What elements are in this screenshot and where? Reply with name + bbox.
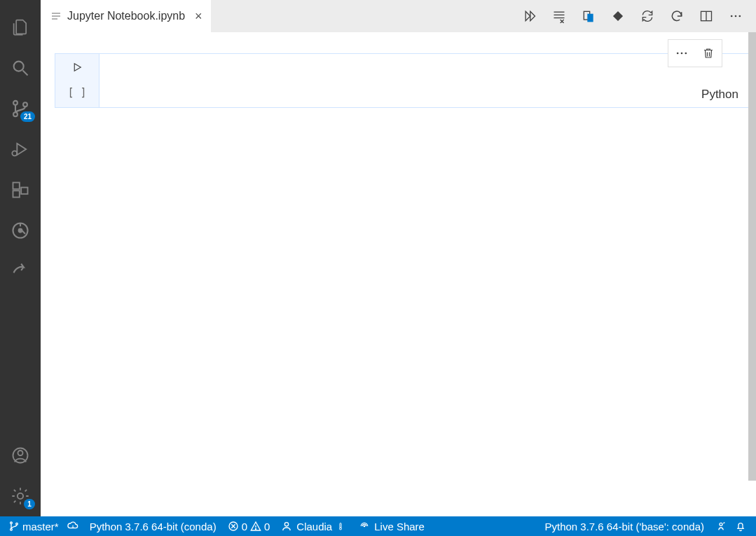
cell-editor[interactable]: Python [99, 54, 750, 107]
svg-line-1 [23, 71, 28, 76]
status-feedback[interactable] [713, 516, 729, 536]
run-all-icon [523, 9, 537, 23]
accounts-tab[interactable] [0, 435, 41, 476]
bell-icon [735, 521, 746, 532]
scrollbar-vertical[interactable] [748, 32, 756, 481]
svg-point-11 [19, 229, 22, 233]
cell-delete-button[interactable] [695, 40, 722, 67]
branch-name: master* [22, 521, 59, 532]
person-icon [281, 521, 292, 532]
svg-marker-38 [74, 64, 81, 71]
svg-point-47 [285, 523, 289, 526]
restart-kernel-button[interactable] [637, 6, 658, 27]
play-icon [71, 61, 83, 74]
tab-close-button[interactable]: × [195, 10, 202, 22]
activity-bar: 21 [0, 0, 41, 516]
status-sync[interactable] [64, 516, 81, 536]
svg-point-35 [685, 53, 687, 55]
svg-rect-7 [13, 183, 20, 189]
run-cell-button[interactable] [71, 61, 83, 76]
diamond-icon [611, 9, 625, 23]
svg-point-3 [13, 112, 18, 116]
run-debug-tab[interactable] [0, 129, 41, 170]
broadcast-icon [359, 521, 370, 532]
play-bug-icon [11, 139, 30, 159]
cell-gutter: [ ] [55, 54, 99, 107]
status-interpreter[interactable]: Python 3.7.6 64-bit (conda) [84, 516, 222, 536]
status-kernel[interactable]: Python 3.7.6 64-bit ('base': conda) [539, 516, 710, 536]
svg-point-32 [739, 15, 741, 18]
execution-count: [ ] [67, 86, 86, 99]
ellipsis-icon [729, 9, 743, 23]
tab-title: Jupyter Notebook.ipynb [67, 10, 185, 22]
run-all-button[interactable] [519, 6, 540, 27]
extensions-tab[interactable] [0, 170, 41, 210]
svg-point-6 [12, 151, 17, 156]
svg-marker-18 [525, 11, 530, 20]
svg-point-40 [11, 528, 13, 530]
notebook-body: [ ] Python [41, 32, 756, 516]
status-problems[interactable]: 0 0 [225, 516, 273, 536]
svg-marker-19 [530, 11, 535, 20]
error-icon [228, 521, 239, 532]
svg-rect-9 [21, 188, 27, 194]
more-actions-button[interactable] [725, 6, 746, 27]
svg-point-33 [677, 53, 679, 55]
arrow-share-icon [11, 261, 30, 281]
svg-point-49 [340, 528, 342, 530]
warning-icon [250, 521, 261, 532]
status-liveshare-user[interactable]: Claudia [275, 516, 350, 536]
split-editor-button[interactable] [696, 6, 717, 27]
liveshare-text: Live Share [374, 521, 425, 532]
gitlens-tab[interactable] [0, 210, 41, 251]
clear-output-icon [552, 9, 566, 23]
sync-icon [640, 9, 654, 23]
svg-point-4 [23, 102, 27, 106]
trash-icon [702, 47, 715, 60]
status-bar: master* Python 3.7.6 64-bit (conda) 0 0 … [0, 516, 756, 536]
search-tab[interactable] [0, 48, 41, 88]
svg-point-2 [13, 101, 18, 105]
variables-button[interactable] [578, 6, 599, 27]
svg-rect-26 [587, 14, 593, 22]
svg-rect-8 [13, 191, 20, 197]
svg-rect-48 [340, 523, 341, 528]
cell-toolbar [668, 39, 722, 67]
editor-actions [519, 0, 756, 32]
error-count: 0 [242, 521, 247, 532]
ellipsis-icon [675, 46, 689, 60]
cell-row[interactable]: [ ] Python [55, 53, 750, 108]
warning-count: 0 [264, 521, 270, 532]
user-name: Claudia [296, 521, 332, 532]
share-tab[interactable] [0, 251, 41, 291]
account-icon [11, 446, 30, 465]
save-button[interactable] [607, 6, 628, 27]
svg-point-39 [11, 522, 13, 524]
status-liveshare[interactable]: Live Share [353, 516, 430, 536]
cell-language-label[interactable]: Python [701, 88, 738, 102]
editor-column: Jupyter Notebook.ipynb × [41, 0, 756, 516]
extensions-icon [11, 180, 30, 200]
cell: [ ] Python [55, 53, 750, 108]
tab-notebook[interactable]: Jupyter Notebook.ipynb × [41, 0, 212, 32]
svg-marker-5 [17, 144, 26, 155]
cell-more-button[interactable] [668, 40, 695, 67]
settings-badge: 1 [24, 499, 35, 509]
settings-tab[interactable]: 1 [0, 476, 41, 516]
svg-point-51 [720, 523, 722, 525]
status-branch[interactable]: master* [6, 516, 62, 536]
explorer-tab[interactable] [0, 7, 41, 48]
search-icon [11, 58, 30, 78]
cloud-sync-icon [67, 521, 78, 532]
clear-outputs-button[interactable] [549, 6, 570, 27]
feedback-icon [715, 521, 727, 532]
svg-point-13 [18, 451, 23, 455]
source-control-tab[interactable]: 21 [0, 88, 41, 129]
svg-point-14 [18, 493, 23, 499]
svg-point-50 [364, 525, 365, 526]
svg-rect-27 [613, 11, 623, 21]
undo-button[interactable] [666, 6, 687, 27]
svg-point-41 [16, 523, 18, 525]
files-icon [11, 18, 30, 37]
status-notifications[interactable] [732, 516, 749, 536]
